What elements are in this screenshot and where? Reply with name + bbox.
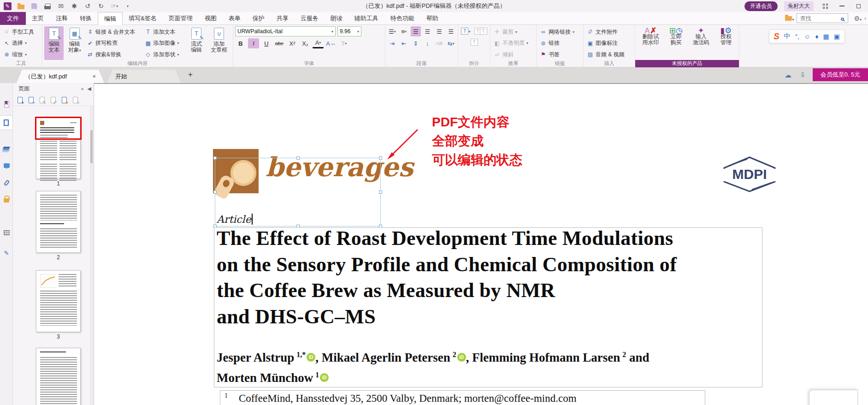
- opacity-button[interactable]: ◧不透明度▾: [492, 38, 534, 48]
- thumbnails-scrollbar[interactable]: [90, 106, 93, 405]
- edit-object-button[interactable]: ▦✎ 编辑对象▾: [65, 26, 84, 60]
- tab-edit[interactable]: 编辑: [98, 12, 123, 25]
- link-button[interactable]: ⊚链接: [538, 38, 581, 48]
- spell-check-button[interactable]: ✔拼写检查: [85, 38, 142, 48]
- shrink-thumbnails-icon[interactable]: [29, 97, 34, 103]
- tab-slideshow[interactable]: 朗读: [325, 12, 348, 25]
- page-thumbnail-3[interactable]: 3: [36, 270, 81, 340]
- link-textbox-icon[interactable]: T: [471, 37, 478, 46]
- ime-mic-icon[interactable]: ♦: [815, 33, 818, 40]
- ime-chinese-mode-icon[interactable]: 中: [784, 32, 791, 41]
- share-download-icon[interactable]: ⇩: [800, 71, 805, 78]
- bullet-list-icon[interactable]: ☰▾: [387, 26, 397, 36]
- link-merge-text-button[interactable]: ⇕链接 & 合并文本: [85, 27, 142, 37]
- minimize-button[interactable]: [837, 2, 847, 10]
- layout-grid-icon[interactable]: [820, 2, 830, 10]
- bookmarks-panel-icon[interactable]: [0, 97, 13, 112]
- tab-comment[interactable]: 注释: [50, 12, 74, 25]
- resize-handle-w[interactable]: [213, 191, 217, 194]
- split-textbox-icon[interactable]: T▾: [461, 26, 470, 35]
- layers-panel-icon[interactable]: [0, 142, 13, 157]
- skew-button[interactable]: ▱倾斜: [492, 49, 534, 60]
- font-size-select[interactable]: 9.96▾: [337, 26, 361, 36]
- tab-view[interactable]: 视图: [199, 12, 223, 25]
- floating-widget[interactable]: [809, 390, 858, 405]
- edit-text-button[interactable]: T✎ 编辑文本: [44, 26, 64, 60]
- rotate-left-icon[interactable]: [40, 97, 45, 103]
- tab-form[interactable]: 表单: [223, 12, 247, 25]
- paragraph-spacing-icon[interactable]: ↕: [423, 38, 433, 48]
- affiliation-footnote[interactable]: 1CoffeeMind, Hansstedvej 35, 2500 Valby,…: [224, 392, 577, 405]
- upgrade-membership-button[interactable]: 开通会员: [744, 1, 778, 11]
- zoom-tool-button[interactable]: ⊕缩放▾: [2, 49, 40, 60]
- sogou-logo-icon[interactable]: S: [774, 32, 779, 42]
- superscript-button[interactable]: X²: [287, 38, 298, 48]
- ime-keyboard-icon[interactable]: ▦: [823, 33, 829, 40]
- membership-promo-banner[interactable]: 会员低至0. 5元: [813, 68, 868, 81]
- merge-textbox-icon[interactable]: TT: [474, 26, 487, 35]
- align-left-icon[interactable]: ☰: [411, 26, 421, 36]
- flow-edit-button[interactable]: T✎ 流式编辑: [187, 26, 206, 60]
- numbered-list-icon[interactable]: ≡▾: [399, 26, 409, 36]
- add-article-frame-button[interactable]: ∪ 添加文章框: [207, 26, 231, 60]
- insert-page-icon[interactable]: [62, 97, 67, 103]
- bookmark-button[interactable]: ⚑书签: [538, 49, 581, 60]
- tab-help[interactable]: 帮助: [420, 12, 444, 25]
- add-image-button[interactable]: ▦添加图像▾: [143, 38, 186, 48]
- rotate-right-icon[interactable]: [51, 97, 56, 103]
- tab-features[interactable]: 特色功能: [384, 12, 420, 25]
- orcid-icon[interactable]: iD: [307, 353, 315, 362]
- resize-handle-ne[interactable]: [379, 156, 382, 160]
- align-right-icon[interactable]: ☰: [434, 26, 444, 36]
- orcid-icon[interactable]: iD: [457, 353, 466, 362]
- enlarge-thumbnails-icon[interactable]: [18, 97, 23, 103]
- image-callout-button[interactable]: ▣图像标注: [585, 38, 633, 48]
- select-tool-button[interactable]: ↖选择▾: [2, 38, 40, 48]
- tab-home[interactable]: 主页: [26, 12, 50, 25]
- paper-title[interactable]: The Effect of Roast Development Time Mod…: [217, 226, 770, 330]
- comments-panel-icon[interactable]: [0, 158, 13, 173]
- doc-tab-active[interactable]: （已发）kdf.pdf ×: [17, 70, 104, 83]
- tab-protect[interactable]: 保护: [247, 12, 271, 25]
- resize-handle-e[interactable]: [379, 191, 382, 194]
- tab-page-organize[interactable]: 页面管理: [163, 12, 199, 25]
- search-replace-button[interactable]: ⇄搜索&替换: [85, 49, 142, 60]
- security-panel-icon[interactable]: [0, 192, 13, 207]
- resize-handle-n[interactable]: [296, 156, 300, 160]
- search-folder-icon[interactable]: ▾: [785, 14, 794, 23]
- text-direction-icon[interactable]: ⇆▾: [446, 38, 456, 48]
- panel-collapse-icon[interactable]: ◀: [88, 86, 91, 92]
- hand-tool-button[interactable]: ☞手型工具: [2, 27, 40, 37]
- file-attachment-button[interactable]: 文件附件: [585, 27, 633, 37]
- restore-window-button[interactable]: [853, 2, 863, 10]
- tab-convert[interactable]: 转换: [74, 12, 98, 25]
- collapse-ribbon-icon[interactable]: ‹: [864, 15, 866, 22]
- indent-decrease-icon[interactable]: ⇤: [399, 38, 409, 48]
- indent-increase-icon[interactable]: ⇥: [387, 38, 397, 48]
- add-text-button[interactable]: T添加文本: [143, 27, 186, 37]
- ime-toolbox-icon[interactable]: ▣: [834, 33, 840, 40]
- font-family-select[interactable]: URWPalladioL-Ital▾: [235, 26, 336, 36]
- vertical-text-button[interactable]: T▾: [338, 38, 349, 48]
- account-username[interactable]: 免籽大大: [784, 1, 814, 11]
- tab-fill-sign[interactable]: 填写&签名: [123, 12, 163, 25]
- line-spacing-icon[interactable]: ⇕: [411, 38, 421, 48]
- page-thumbnail-2[interactable]: 2: [36, 191, 81, 261]
- document-page[interactable]: beverages Article PDF文件内容 全部变成 可以编辑的状态 M…: [94, 83, 868, 405]
- italic-button[interactable]: I: [248, 38, 259, 48]
- delete-page-icon[interactable]: [73, 97, 78, 103]
- crop-button[interactable]: ✛裁剪▾: [492, 27, 534, 37]
- settings-gear-icon[interactable]: ⚙▾: [854, 15, 862, 22]
- ime-toolbar[interactable]: S 中 °, ☺ ♦ ▦ ▣: [769, 30, 845, 43]
- page-thumbnail-4[interactable]: 4: [36, 348, 81, 405]
- article-type-label[interactable]: Article: [217, 214, 253, 225]
- doc-tab-close-icon[interactable]: ×: [92, 73, 96, 80]
- ime-emoji-icon[interactable]: ☺: [804, 33, 810, 40]
- subscript-button[interactable]: X₂: [300, 38, 311, 48]
- align-center-icon[interactable]: ☰: [423, 26, 433, 36]
- attachments-panel-icon[interactable]: [0, 175, 13, 190]
- resize-handle-nw[interactable]: [213, 156, 217, 160]
- tab-share[interactable]: 共享: [271, 12, 295, 25]
- font-color-button[interactable]: A▾: [313, 38, 324, 48]
- align-justify-icon[interactable]: ☰: [446, 26, 456, 36]
